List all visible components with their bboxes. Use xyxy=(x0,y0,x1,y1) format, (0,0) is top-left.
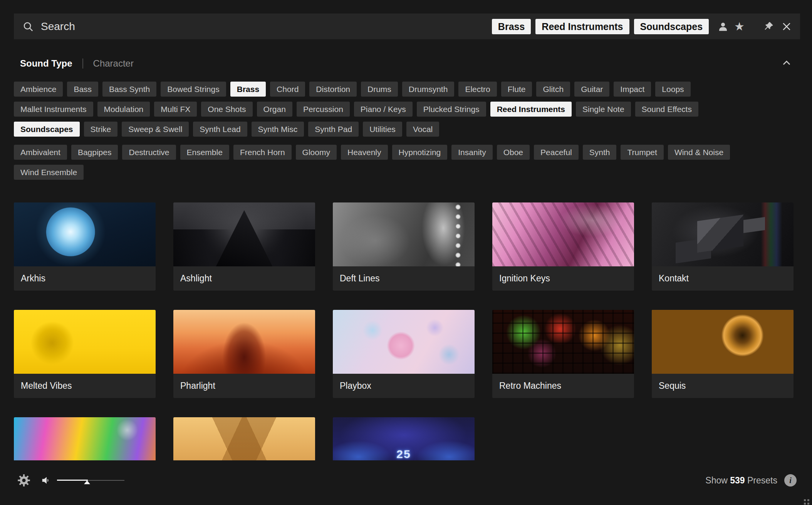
filter-tag[interactable]: Chord xyxy=(270,82,305,97)
filter-tag[interactable]: Impact xyxy=(614,82,651,97)
resize-grip[interactable] xyxy=(804,499,806,501)
filter-tag[interactable]: Sound Effects xyxy=(635,102,698,117)
filter-tag[interactable]: Flute xyxy=(501,82,532,97)
product-tile[interactable]: Melted Vibes xyxy=(14,310,156,398)
filter-tag[interactable]: Ambivalent xyxy=(14,145,67,160)
volume-icon[interactable] xyxy=(41,475,52,486)
product-tile[interactable]: Kontakt xyxy=(652,202,794,291)
product-tile[interactable]: Arkhis xyxy=(14,202,156,291)
info-icon[interactable]: i xyxy=(784,474,797,487)
filter-tag[interactable]: Drumsynth xyxy=(402,82,455,97)
tab-character[interactable]: Character xyxy=(93,58,134,69)
filter-tag[interactable]: Brass xyxy=(230,82,266,97)
search-input[interactable] xyxy=(40,20,487,33)
sound-type-tag-row: Ambience Bass Bass Synth Bowed Strings B… xyxy=(14,82,800,97)
filter-tag[interactable]: Strike xyxy=(84,122,118,137)
collapse-chevron-icon[interactable] xyxy=(781,58,792,70)
filter-tag[interactable]: Oboe xyxy=(497,145,530,160)
product-name: Ignition Keys xyxy=(492,266,634,291)
filter-tag[interactable]: Destructive xyxy=(122,145,176,160)
filter-chip-soundscapes[interactable]: Soundscapes xyxy=(634,19,709,34)
filter-tag[interactable]: Plucked Strings xyxy=(417,102,486,117)
filter-tag[interactable]: Synth Pad xyxy=(308,122,359,137)
filter-tag[interactable]: Organ xyxy=(257,102,292,117)
close-icon[interactable] xyxy=(782,22,792,32)
filter-chip-brass[interactable]: Brass xyxy=(492,19,531,34)
filter-tag[interactable]: Single Note xyxy=(576,102,631,117)
settings-gear-icon[interactable] xyxy=(17,473,31,487)
filter-tag[interactable]: Ensemble xyxy=(180,145,229,160)
filter-tag[interactable]: Heavenly xyxy=(341,145,388,160)
character-tag-row: Wind Ensemble xyxy=(14,165,800,180)
product-name: Sequis xyxy=(652,374,794,398)
filter-tag[interactable]: Bowed Strings xyxy=(161,82,226,97)
product-tile[interactable]: Ashlight xyxy=(173,202,315,291)
filter-tag[interactable]: One Shots xyxy=(201,102,252,117)
filter-tag[interactable]: Bass Synth xyxy=(102,82,156,97)
filter-tag[interactable]: Modulation xyxy=(97,102,150,117)
filter-tag[interactable]: Drums xyxy=(361,82,398,97)
filter-tag[interactable]: Reed Instruments xyxy=(490,102,572,117)
filter-tag[interactable]: Distortion xyxy=(309,82,357,97)
show-presets-label[interactable]: Show 539 Presets xyxy=(705,475,777,486)
filter-tag[interactable]: Hypnotizing xyxy=(392,145,448,160)
product-tile[interactable] xyxy=(173,417,315,460)
pin-icon[interactable] xyxy=(763,21,774,32)
filter-tag[interactable]: Synth xyxy=(583,145,617,160)
filter-tag[interactable]: Gloomy xyxy=(296,145,337,160)
filter-tag[interactable]: Soundscapes xyxy=(14,122,80,137)
filter-tag[interactable]: Bagpipes xyxy=(71,145,118,160)
search-icon xyxy=(22,21,34,32)
filter-tag[interactable]: Ambience xyxy=(14,82,63,97)
filter-tag-panel: Ambience Bass Bass Synth Bowed Strings B… xyxy=(14,82,800,185)
user-icon[interactable] xyxy=(717,21,729,32)
product-artwork xyxy=(173,310,315,374)
product-name: Ashlight xyxy=(173,266,315,291)
filter-tag[interactable]: Synth Misc xyxy=(252,122,304,137)
product-tile[interactable]: Pharlight xyxy=(173,310,315,398)
product-name: Melted Vibes xyxy=(14,374,156,398)
filter-tag[interactable]: Wind & Noise xyxy=(668,145,730,160)
filter-tag[interactable]: Piano / Keys xyxy=(354,102,413,117)
product-tile[interactable]: Playbox xyxy=(333,310,475,398)
filter-chip-reed-instruments[interactable]: Reed Instruments xyxy=(535,19,629,34)
product-tile[interactable]: Ignition Keys xyxy=(492,202,634,291)
product-tile[interactable]: Deft Lines xyxy=(333,202,475,291)
product-grid: Arkhis Ashlight Deft Lines Ignition Keys… xyxy=(14,202,800,460)
filter-tag[interactable]: Synth Lead xyxy=(193,122,247,137)
filter-tag[interactable]: Electro xyxy=(458,82,497,97)
filter-tag[interactable]: Sweep & Swell xyxy=(122,122,189,137)
volume-slider-handle[interactable] xyxy=(84,480,90,484)
filter-tag[interactable]: Insanity xyxy=(451,145,492,160)
filter-tag[interactable]: Mallet Instruments xyxy=(14,102,93,117)
product-artwork xyxy=(492,202,634,266)
filter-tag[interactable]: French Horn xyxy=(233,145,292,160)
product-name: Playbox xyxy=(333,374,475,398)
product-artwork xyxy=(333,202,475,266)
filter-tag[interactable]: Utilities xyxy=(363,122,402,137)
filter-tag[interactable]: Glitch xyxy=(536,82,570,97)
filter-tag[interactable]: Peaceful xyxy=(534,145,579,160)
tab-sound-type[interactable]: Sound Type xyxy=(20,58,72,69)
sound-type-tag-row: Soundscapes Strike Sweep & Swell Synth L… xyxy=(14,122,800,137)
volume-slider[interactable] xyxy=(57,477,124,484)
volume-slider-track xyxy=(88,480,124,481)
filter-tag[interactable]: Loops xyxy=(655,82,690,97)
filter-tag[interactable]: Bass xyxy=(67,82,98,97)
filter-tag[interactable]: Wind Ensemble xyxy=(14,165,84,180)
artwork-display-text: 25 xyxy=(396,448,411,460)
filter-tag[interactable]: Percussion xyxy=(297,102,350,117)
product-artwork xyxy=(14,202,156,266)
product-tile[interactable]: Sequis xyxy=(652,310,794,398)
filter-tabs: Sound Type Character xyxy=(20,56,134,71)
favorites-star-icon[interactable]: ★ xyxy=(734,21,745,32)
product-artwork xyxy=(173,202,315,266)
filter-tag[interactable]: Guitar xyxy=(574,82,609,97)
filter-tag[interactable]: Multi FX xyxy=(154,102,197,117)
filter-tag[interactable]: Trumpet xyxy=(621,145,663,160)
product-tile[interactable]: 25 xyxy=(333,417,475,460)
product-tile[interactable] xyxy=(14,417,156,460)
product-tile[interactable]: Retro Machines xyxy=(492,310,634,398)
product-name: Arkhis xyxy=(14,266,156,291)
filter-tag[interactable]: Vocal xyxy=(406,122,439,137)
